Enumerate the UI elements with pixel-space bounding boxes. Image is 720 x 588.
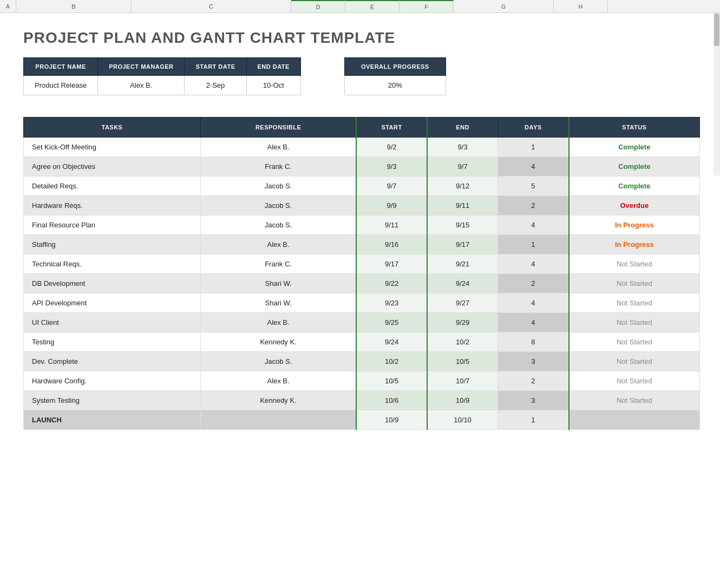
- days-header: DAYS: [498, 117, 569, 138]
- days-cell: 4: [498, 215, 569, 235]
- status-cell: Not Started: [569, 293, 700, 313]
- column-headers: A B C D E F G H: [0, 0, 720, 13]
- project-manager-header: PROJECT MANAGER: [98, 58, 185, 76]
- responsible-cell: Alex B.: [200, 371, 356, 391]
- col-header-h: H: [554, 0, 608, 12]
- status-cell: In Progress: [569, 215, 700, 235]
- start-cell: 9/9: [356, 196, 427, 215]
- end-cell: 9/24: [427, 274, 498, 293]
- start-cell: 10/9: [356, 410, 427, 430]
- task-name-cell: Hardware Reqs.: [24, 196, 201, 215]
- spreadsheet-container: A B C D E F G H PROJECT PLAN AND GANTT C…: [0, 0, 720, 430]
- start-cell: 9/11: [356, 215, 427, 235]
- end-cell: 9/3: [427, 138, 498, 157]
- start-cell: 9/22: [356, 274, 427, 293]
- table-row: Detailed Reqs.Jacob S.9/79/125Complete: [24, 177, 700, 196]
- status-cell: Not Started: [569, 313, 700, 332]
- table-row: Hardware Reqs.Jacob S.9/99/112Overdue: [24, 196, 700, 215]
- days-cell: 2: [498, 274, 569, 293]
- end-cell: 9/12: [427, 177, 498, 196]
- days-cell: 8: [498, 332, 569, 352]
- task-name-cell: System Testing: [24, 391, 201, 410]
- task-name-cell: Technical Reqs.: [24, 254, 201, 274]
- end-cell: 10/7: [427, 371, 498, 391]
- col-header-e: E: [345, 0, 400, 12]
- days-cell: 2: [498, 196, 569, 215]
- status-cell: In Progress: [569, 235, 700, 254]
- tasks-table: TASKS RESPONSIBLE START END DAYS STATUS …: [23, 117, 700, 430]
- end-cell: 9/21: [427, 254, 498, 274]
- task-name-cell: Agree on Objectives: [24, 157, 201, 177]
- task-name-cell: Detailed Reqs.: [24, 177, 201, 196]
- end-cell: 10/9: [427, 391, 498, 410]
- status-cell: Complete: [569, 157, 700, 177]
- overall-progress-value: 20%: [344, 76, 446, 95]
- status-header: STATUS: [569, 117, 700, 138]
- end-cell: 9/17: [427, 235, 498, 254]
- task-name-cell: LAUNCH: [24, 410, 201, 430]
- end-date-header: END DATE: [246, 58, 300, 76]
- table-row: DB DevelopmentShari W.9/229/242Not Start…: [24, 274, 700, 293]
- project-info-table: PROJECT NAME PROJECT MANAGER START DATE …: [23, 57, 301, 95]
- col-header-g: G: [454, 0, 554, 12]
- responsible-cell: Jacob S.: [200, 196, 356, 215]
- task-name-cell: Final Resource Plan: [24, 215, 201, 235]
- task-name-cell: Hardware Config.: [24, 371, 201, 391]
- status-cell: Complete: [569, 138, 700, 157]
- responsible-cell: Frank C.: [200, 157, 356, 177]
- days-cell: 5: [498, 177, 569, 196]
- end-cell: 10/2: [427, 332, 498, 352]
- info-section: PROJECT NAME PROJECT MANAGER START DATE …: [0, 57, 720, 95]
- start-date-value: 2-Sep: [185, 76, 246, 95]
- table-row: Set Kick-Off MeetingAlex B.9/29/31Comple…: [24, 138, 700, 157]
- start-header: START: [356, 117, 427, 138]
- table-row: Hardware Config.Alex B.10/510/72Not Star…: [24, 371, 700, 391]
- days-cell: 4: [498, 157, 569, 177]
- scrollbar[interactable]: [714, 13, 720, 175]
- status-cell: Not Started: [569, 391, 700, 410]
- col-header-a: A: [0, 0, 16, 12]
- start-cell: 9/2: [356, 138, 427, 157]
- days-cell: 4: [498, 313, 569, 332]
- table-row: UI ClientAlex B.9/259/294Not Started: [24, 313, 700, 332]
- days-cell: 3: [498, 391, 569, 410]
- end-cell: 10/5: [427, 352, 498, 371]
- status-cell: Not Started: [569, 274, 700, 293]
- status-cell: Not Started: [569, 332, 700, 352]
- task-name-cell: Dev. Complete: [24, 352, 201, 371]
- scrollbar-thumb[interactable]: [714, 14, 719, 46]
- table-row: API DevelopmentShari W.9/239/274Not Star…: [24, 293, 700, 313]
- responsible-cell: Alex B.: [200, 138, 356, 157]
- responsible-cell: Jacob S.: [200, 352, 356, 371]
- status-cell: Not Started: [569, 352, 700, 371]
- table-row: Agree on ObjectivesFrank C.9/39/74Comple…: [24, 157, 700, 177]
- task-name-cell: Staffing: [24, 235, 201, 254]
- table-row: Technical Reqs.Frank C.9/179/214Not Star…: [24, 254, 700, 274]
- end-cell: 9/15: [427, 215, 498, 235]
- responsible-header: RESPONSIBLE: [200, 117, 356, 138]
- col-header-f: F: [400, 0, 454, 12]
- start-cell: 9/3: [356, 157, 427, 177]
- project-manager-value: Alex B.: [98, 76, 185, 95]
- responsible-cell: Kennedy K.: [200, 332, 356, 352]
- start-cell: 9/16: [356, 235, 427, 254]
- responsible-cell: Frank C.: [200, 254, 356, 274]
- task-name-cell: Testing: [24, 332, 201, 352]
- responsible-cell: Shari W.: [200, 293, 356, 313]
- end-header: END: [427, 117, 498, 138]
- col-header-c: C: [132, 0, 291, 12]
- table-row: StaffingAlex B.9/169/171In Progress: [24, 235, 700, 254]
- start-date-header: START DATE: [185, 58, 246, 76]
- end-date-value: 10-Oct: [246, 76, 300, 95]
- overall-progress-header: OVERALL PROGRESS: [344, 58, 446, 76]
- responsible-cell: Jacob S.: [200, 215, 356, 235]
- responsible-cell: Shari W.: [200, 274, 356, 293]
- table-row: Dev. CompleteJacob S.10/210/53Not Starte…: [24, 352, 700, 371]
- responsible-cell: Kennedy K.: [200, 391, 356, 410]
- start-cell: 9/23: [356, 293, 427, 313]
- status-cell: Not Started: [569, 254, 700, 274]
- start-cell: 9/17: [356, 254, 427, 274]
- responsible-cell: Jacob S.: [200, 177, 356, 196]
- end-cell: 10/10: [427, 410, 498, 430]
- tasks-section: TASKS RESPONSIBLE START END DAYS STATUS …: [0, 95, 720, 430]
